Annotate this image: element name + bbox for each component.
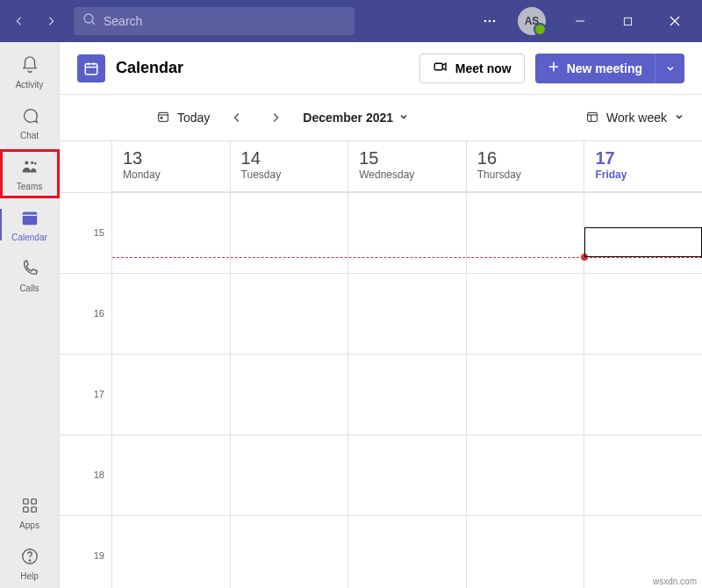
today-label: Today [177, 111, 210, 125]
video-icon [433, 59, 448, 77]
month-label: December 2021 [303, 111, 393, 125]
svg-rect-20 [588, 112, 598, 121]
chat-icon [20, 106, 39, 129]
day-column[interactable]: 17Friday [584, 141, 702, 588]
day-column[interactable]: 13Monday [112, 141, 231, 588]
svg-rect-13 [31, 506, 36, 512]
view-label: Work week [606, 111, 667, 125]
search-icon [82, 12, 97, 30]
rail-label: Calls [19, 283, 39, 293]
page-header: Calendar Meet now New meeting [60, 42, 702, 95]
user-avatar[interactable]: AS [518, 7, 546, 35]
svg-rect-11 [31, 498, 36, 504]
meet-now-button[interactable]: Meet now [419, 54, 525, 83]
window-maximize-button[interactable] [607, 0, 648, 42]
day-name: Thursday [477, 169, 574, 181]
svg-point-7 [34, 162, 37, 165]
rail-item-chat[interactable]: Chat [0, 98, 60, 147]
today-button[interactable]: Today [156, 110, 210, 126]
history-back-button[interactable] [7, 9, 32, 33]
current-time-indicator [112, 257, 702, 258]
svg-point-0 [84, 14, 93, 23]
plus-icon [548, 61, 560, 75]
svg-point-6 [31, 161, 33, 163]
phone-icon [20, 259, 39, 282]
rail-item-teams[interactable]: Teams [0, 149, 60, 198]
chevron-down-icon [398, 111, 409, 125]
hour-label: 17 [94, 389, 104, 399]
calendar-toolbar: Today December 2021 Work week [60, 95, 702, 140]
rail-item-calls[interactable]: Calls [0, 251, 60, 300]
hour-label: 15 [94, 227, 104, 238]
day-header[interactable]: 16Thursday [467, 141, 584, 192]
search-input[interactable]: Search [74, 7, 355, 35]
window-minimize-button[interactable] [560, 0, 600, 42]
svg-rect-4 [624, 18, 631, 25]
more-options-button[interactable] [476, 14, 504, 28]
calendar-app-icon [77, 54, 105, 82]
svg-point-5 [25, 161, 28, 164]
rail-label: Help [20, 571, 39, 581]
rail-label: Teams [17, 182, 42, 191]
day-column[interactable]: 15Wednesday [348, 141, 467, 588]
svg-point-3 [493, 20, 496, 23]
search-placeholder: Search [104, 14, 142, 28]
prev-period-button[interactable] [226, 106, 248, 129]
app-rail: Activity Chat Teams Calendar Calls Apps … [0, 42, 60, 588]
rail-label: Calendar [11, 233, 47, 242]
calendar-grid[interactable]: 1516171819 13Monday14Tuesday15Wednesday1… [60, 140, 702, 588]
svg-point-1 [484, 20, 487, 23]
page-title: Calendar [116, 59, 183, 77]
hour-label: 19 [94, 550, 104, 561]
svg-point-2 [489, 20, 491, 23]
watermark: wsxdn.com [653, 577, 697, 586]
window-close-button[interactable] [655, 0, 695, 42]
hour-label: 16 [94, 308, 104, 319]
day-header[interactable]: 15Wednesday [348, 141, 466, 192]
rail-label: Chat [20, 131, 39, 140]
svg-point-19 [161, 117, 162, 118]
view-icon [585, 110, 599, 126]
svg-rect-16 [85, 63, 97, 74]
rail-item-activity[interactable]: Activity [0, 47, 60, 97]
day-number: 16 [477, 148, 574, 169]
time-gutter: 1516171819 [60, 141, 112, 588]
day-name: Friday [595, 169, 691, 181]
bell-icon [20, 55, 39, 78]
help-icon [20, 547, 39, 570]
svg-rect-12 [23, 506, 28, 512]
new-meeting-dropdown-button[interactable] [655, 54, 684, 83]
month-picker[interactable]: December 2021 [303, 111, 409, 125]
day-header[interactable]: 17Friday [584, 141, 702, 192]
calendar-icon [20, 208, 39, 231]
day-number: 14 [241, 148, 338, 169]
calendar-content: Calendar Meet now New meeting Today [60, 42, 702, 588]
day-number: 15 [359, 148, 455, 169]
svg-point-15 [29, 559, 30, 560]
next-period-button[interactable] [264, 106, 287, 129]
title-bar: Search AS [0, 0, 702, 42]
day-header[interactable]: 14Tuesday [231, 141, 348, 192]
day-number: 13 [123, 148, 219, 169]
teams-icon [20, 157, 39, 180]
meet-now-label: Meet now [455, 61, 512, 75]
day-column[interactable]: 14Tuesday [231, 141, 349, 588]
day-name: Wednesday [359, 169, 455, 181]
day-column[interactable]: 16Thursday [467, 141, 585, 588]
today-icon [156, 110, 170, 126]
selection-box[interactable] [584, 227, 702, 257]
chevron-down-icon [674, 111, 684, 125]
rail-item-calendar[interactable]: Calendar [0, 200, 60, 249]
rail-item-apps[interactable]: Apps [0, 488, 60, 537]
rail-item-help[interactable]: Help [0, 539, 60, 588]
rail-label: Activity [16, 80, 44, 90]
history-forward-button[interactable] [39, 9, 63, 33]
svg-rect-10 [23, 498, 28, 504]
rail-label: Apps [19, 520, 39, 530]
day-name: Tuesday [241, 169, 338, 181]
hour-label: 18 [94, 470, 104, 480]
day-name: Monday [123, 169, 219, 181]
day-header[interactable]: 13Monday [112, 141, 230, 192]
view-picker[interactable]: Work week [585, 110, 684, 126]
new-meeting-button[interactable]: New meeting [535, 54, 655, 83]
